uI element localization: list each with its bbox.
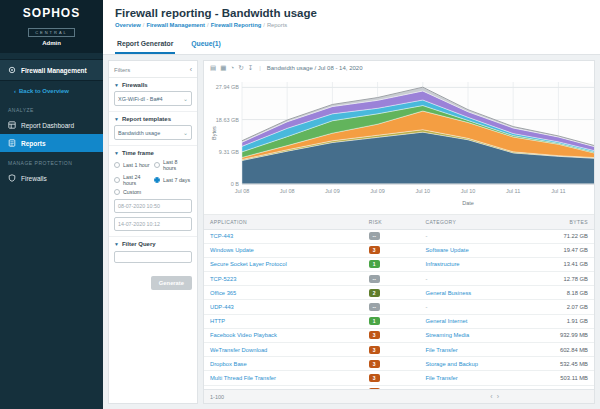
risk-badge: -- (369, 303, 380, 311)
triangle-down-icon: ▼ (114, 150, 119, 156)
sidebar-item-firewalls[interactable]: Firewalls (0, 169, 103, 187)
firewalls-select[interactable]: XG-WiFi-dl - Ba#4 ⌄ (114, 91, 192, 106)
sidebar-item-label: Reports (21, 140, 46, 147)
collapse-panel-icon[interactable]: ‹ (190, 66, 192, 73)
svg-text:Jul 10: Jul 10 (461, 188, 476, 194)
category-link[interactable]: General Internet (425, 318, 467, 324)
sidebar: SOPHOS CENTRAL Admin Firewall Management… (0, 0, 103, 409)
application-cell: HTTP (210, 318, 369, 324)
content: Filters ‹ ▼Firewalls XG-WiFi-dl - Ba#4 ⌄… (103, 55, 600, 409)
generate-button[interactable]: Generate (151, 276, 192, 290)
application-link[interactable]: Facebook Video Playback (210, 332, 277, 338)
category-cell: - (425, 304, 531, 310)
radio-dot-icon (114, 177, 120, 183)
column-header-category[interactable]: CATEGORY (425, 219, 531, 225)
report-templates-label: Report templates (122, 116, 171, 122)
column-header-bytes[interactable]: BYTES (531, 219, 588, 225)
risk-cell: 3 (369, 374, 426, 382)
date-to-input[interactable]: 14-07-2020 10:12 (114, 217, 192, 231)
risk-badge: 3 (369, 360, 380, 368)
risk-cell: 3 (369, 331, 426, 339)
radio-last-7-days[interactable]: Last 7 days (154, 174, 192, 186)
breadcrumb-item[interactable]: Firewall Reporting (211, 22, 262, 28)
application-cell: Windows Update (210, 247, 369, 253)
back-to-overview-link[interactable]: ‹ Back to Overview (0, 81, 103, 99)
category-cell: Infrastructure (425, 261, 531, 267)
category-link[interactable]: Streaming Media (425, 332, 469, 338)
svg-text:Bytes: Bytes (211, 125, 217, 139)
application-link[interactable]: UDP-443 (210, 304, 234, 310)
application-link[interactable]: TCP-5223 (210, 276, 236, 282)
application-link[interactable]: TCP-443 (210, 233, 233, 239)
bytes-cell: 2.07 GB (531, 304, 588, 310)
application-link[interactable]: HTTP (210, 318, 225, 324)
radio-dot-icon (114, 162, 120, 168)
category-link[interactable]: File Transfer (425, 347, 457, 353)
sidebar-item-firewall-management[interactable]: Firewall Management (0, 59, 103, 81)
table-row: WeTransfer Download3File Transfer602.84 … (204, 343, 594, 357)
table-icon[interactable]: ▤ (210, 65, 216, 72)
sidebar-item-label: Report Dashboard (21, 122, 74, 129)
radio-last-1-hour[interactable]: Last 1 hour (114, 159, 152, 171)
filter-query-input[interactable] (114, 251, 192, 263)
radio-label: Last 1 hour (123, 162, 150, 168)
date-from-input[interactable]: 08-07-2020 10:50 (114, 199, 192, 213)
filters-title: Filters (114, 67, 130, 73)
report-card: ▤ ▦ ◔ ↻ ↧ | Bandwidth usage / Jul 08 - 1… (203, 60, 595, 404)
risk-badge: 3 (369, 246, 380, 254)
next-page-icon[interactable]: › (497, 393, 503, 400)
application-cell: TCP-443 (210, 233, 369, 239)
sidebar-item-report-dashboard[interactable]: Report Dashboard (0, 116, 103, 134)
tab-report-generator[interactable]: Report Generator (115, 34, 175, 54)
breadcrumb-item[interactable]: Firewall Management (146, 22, 205, 28)
radio-last-8-hours[interactable]: Last 8 hours (154, 159, 192, 171)
bytes-cell: 532.45 MB (531, 361, 588, 367)
brand-name: SOPHOS (0, 6, 103, 20)
column-header-risk[interactable]: RISK (369, 219, 426, 225)
category-link[interactable]: General Business (425, 290, 471, 296)
pie-chart-icon[interactable]: ◔ (230, 65, 234, 72)
svg-text:Jul 11: Jul 11 (506, 188, 520, 194)
risk-badge: 3 (369, 331, 380, 339)
risk-badge: 1 (369, 260, 380, 268)
risk-cell: -- (369, 303, 426, 311)
applications-table: APPLICATIONRISKCATEGORYBYTES TCP-443---7… (204, 214, 594, 404)
category-link[interactable]: Infrastructure (425, 261, 459, 267)
table-row: HTTP1General Internet1.91 GB (204, 315, 594, 329)
report-template-select[interactable]: Bandwidth usage ⌄ (114, 125, 192, 140)
application-link[interactable]: Windows Update (210, 247, 254, 253)
brand-sub: CENTRAL (28, 28, 75, 37)
category-link[interactable]: Storage and Backup (425, 361, 478, 367)
bandwidth-area-chart: 27.94 GB18.63 GB9.31 GB0 BJul 08Jul 08Ju… (204, 74, 594, 208)
application-link[interactable]: Multi Thread File Transfer (210, 375, 276, 381)
radio-custom[interactable]: Custom (114, 189, 152, 195)
category-link[interactable]: File Transfer (425, 375, 457, 381)
tab-queue-1-[interactable]: Queue(1) (189, 34, 222, 54)
svg-text:Jul 08: Jul 08 (280, 188, 295, 194)
application-link[interactable]: Secure Socket Layer Protocol (210, 261, 287, 267)
sidebar-item-reports[interactable]: Reports (0, 134, 103, 152)
column-header-application[interactable]: APPLICATION (210, 219, 369, 225)
risk-cell: -- (369, 275, 426, 283)
sophos-logo: SOPHOS CENTRAL Admin (0, 0, 103, 53)
risk-cell: 3 (369, 246, 426, 254)
bytes-cell: 12.78 GB (531, 276, 588, 282)
application-link[interactable]: Office 365 (210, 290, 236, 296)
dashboard-icon (8, 121, 16, 129)
risk-badge: 3 (369, 374, 380, 382)
application-cell: Facebook Video Playback (210, 332, 369, 338)
application-link[interactable]: WeTransfer Download (210, 347, 267, 353)
breadcrumb-item[interactable]: Overview (115, 22, 141, 28)
category-cell: File Transfer (425, 347, 531, 353)
breadcrumb-separator: / (263, 22, 265, 28)
page-header: Firewall reporting - Bandwidth usage Ove… (103, 0, 600, 28)
download-icon[interactable]: ↧ (248, 65, 253, 72)
table-row: Multi Thread File Transfer3File Transfer… (204, 371, 594, 385)
application-link[interactable]: Dropbox Base (210, 361, 247, 367)
radio-last-24-hours[interactable]: Last 24 hours (114, 174, 152, 186)
refresh-icon[interactable]: ↻ (238, 65, 243, 72)
sidebar-section-label: MANAGE PROTECTION (0, 152, 103, 169)
grid-chart-icon[interactable]: ▦ (220, 65, 226, 72)
chevron-down-icon: ⌄ (183, 95, 188, 102)
category-link[interactable]: Software Update (425, 247, 468, 253)
